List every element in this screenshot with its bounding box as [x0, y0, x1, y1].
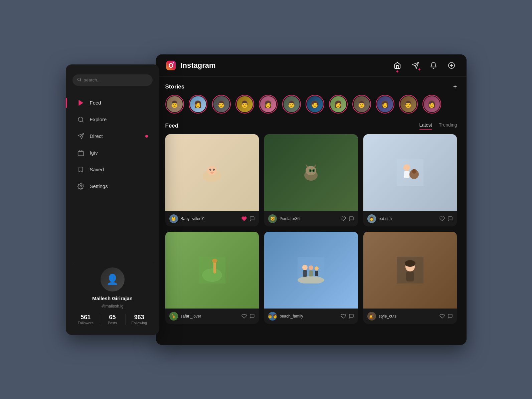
comment-icon[interactable] [249, 314, 255, 319]
comment-icon[interactable] [249, 216, 255, 221]
add-story-button[interactable]: + [453, 83, 457, 90]
heart-icon[interactable] [341, 216, 346, 221]
story-item[interactable]: 👩 [329, 95, 348, 114]
comment-icon[interactable] [349, 314, 354, 319]
story-item[interactable]: 👨 [352, 95, 371, 114]
heart-icon[interactable] [439, 216, 445, 221]
sidebar-item-explore[interactable]: Explore [72, 112, 153, 127]
story-item[interactable]: 👩 [422, 95, 441, 114]
story-item[interactable]: 👩 [376, 95, 394, 114]
story-avatar: 👨 [212, 95, 231, 114]
heart-icon[interactable] [341, 314, 346, 319]
story-item[interactable]: 👨 [165, 95, 184, 114]
comment-icon[interactable] [448, 216, 453, 221]
search-input[interactable] [84, 77, 148, 82]
heart-icon[interactable] [241, 216, 247, 221]
svg-line-1 [80, 80, 81, 81]
svg-point-43 [309, 265, 313, 270]
story-item[interactable]: 🧑 [306, 95, 324, 114]
feed-card-image [264, 134, 358, 211]
card-username: Pixelator36 [280, 216, 338, 221]
story-avatar: 👩 [189, 95, 207, 114]
feed-card-image [165, 232, 259, 309]
direct-button[interactable] [410, 60, 421, 71]
profile-stats: 561 Followers 65 Posts 963 Following [72, 314, 153, 325]
svg-point-8 [80, 185, 81, 187]
svg-rect-46 [315, 271, 318, 276]
svg-point-11 [173, 62, 174, 63]
tab-latest[interactable]: Latest [419, 122, 432, 130]
feed-card[interactable]: 🦒 safari_lover [165, 232, 259, 324]
feed-card-image [165, 134, 259, 211]
story-item[interactable]: 👨 [212, 95, 231, 114]
card-actions [341, 314, 354, 319]
feed-card[interactable]: 💇 style_cuts [363, 232, 457, 324]
settings-icon [77, 183, 84, 190]
story-avatar: 👨 [165, 95, 184, 114]
svg-point-45 [315, 266, 319, 270]
feed-card[interactable]: 🐱 Pixelator36 [264, 134, 358, 226]
tab-trending[interactable]: Trending [439, 122, 457, 130]
app-title: Instagram [181, 61, 216, 70]
stat-followers: 561 Followers [72, 314, 99, 325]
svg-line-4 [82, 121, 83, 122]
feed-card-image [363, 232, 457, 309]
notifications-button[interactable] [428, 60, 439, 71]
feed-card[interactable]: 👨‍👩 beach_family [264, 232, 358, 324]
feed-card[interactable]: 👶 Baby_sitter01 [165, 134, 259, 226]
svg-point-21 [210, 172, 214, 174]
comment-icon[interactable] [448, 314, 453, 319]
main-content: Instagram [156, 54, 467, 345]
feed-card[interactable]: 👩 e.d.i.t.h [363, 134, 457, 226]
feed-card-footer: 🦒 safari_lover [165, 309, 259, 324]
posts-label: Posts [108, 321, 117, 325]
story-item[interactable]: 👨 [235, 95, 254, 114]
svg-point-19 [209, 169, 211, 171]
home-button[interactable] [392, 60, 403, 71]
svg-point-34 [412, 169, 416, 174]
svg-point-38 [212, 259, 217, 263]
content-area: Stories + 👨 👩 👨 👨 👩 [156, 77, 467, 345]
story-item[interactable]: 👨 [282, 95, 301, 114]
search-bar[interactable] [72, 74, 153, 86]
story-avatar: 👨 [352, 95, 371, 114]
sidebar-item-direct[interactable]: Direct [72, 129, 153, 144]
following-label: Following [132, 321, 147, 325]
sidebar-item-saved[interactable]: Saved [72, 162, 153, 177]
sidebar-item-label: Explore [90, 117, 107, 122]
sidebar: Feed Explore Direct [66, 64, 159, 335]
card-username: Baby_sitter01 [181, 216, 239, 221]
sidebar-item-label: Igtv [90, 150, 98, 156]
explore-icon [77, 116, 84, 123]
add-post-button[interactable] [446, 60, 457, 71]
heart-icon[interactable] [241, 314, 247, 319]
svg-rect-42 [303, 270, 307, 277]
feed-card-footer: 👶 Baby_sitter01 [165, 211, 259, 226]
story-avatar: 👨 [282, 95, 301, 114]
heart-icon[interactable] [439, 314, 445, 319]
nav-menu: Feed Explore Direct [72, 95, 153, 256]
followers-count: 561 [80, 314, 91, 321]
story-item[interactable]: 👩 [259, 95, 278, 114]
card-actions [241, 216, 255, 221]
followers-label: Followers [78, 321, 94, 325]
stories-row: 👨 👩 👨 👨 👩 👨 🧑 [165, 95, 457, 115]
svg-point-29 [313, 170, 314, 172]
direct-dot [418, 68, 420, 70]
sidebar-item-settings[interactable]: Settings [72, 179, 153, 194]
comment-icon[interactable] [349, 216, 354, 221]
instagram-icon [165, 60, 177, 71]
avatar: 👤 [101, 267, 125, 291]
feed-card-footer: 🐱 Pixelator36 [264, 211, 358, 226]
sidebar-item-feed[interactable]: Feed [72, 95, 153, 111]
svg-point-20 [213, 169, 215, 171]
igtv-icon [77, 149, 84, 157]
sidebar-item-igtv[interactable]: Igtv [72, 145, 153, 161]
feed-icon [77, 99, 84, 107]
story-item[interactable]: 👩 [189, 95, 207, 114]
feed-card-footer: 👩 e.d.i.t.h [363, 211, 457, 226]
sidebar-divider [72, 262, 153, 262]
card-actions [341, 216, 354, 221]
stat-following: 963 Following [126, 314, 152, 325]
story-item[interactable]: 👨 [399, 95, 418, 114]
